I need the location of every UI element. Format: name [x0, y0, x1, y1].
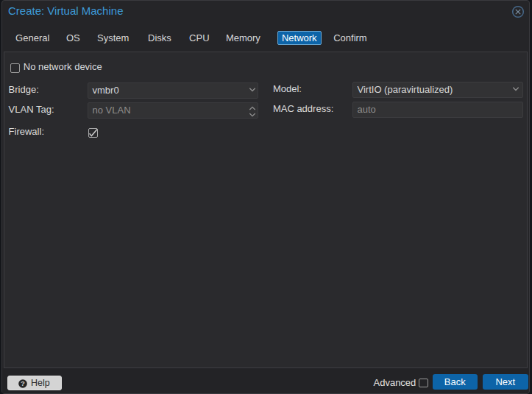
- svg-text:?: ?: [21, 379, 25, 387]
